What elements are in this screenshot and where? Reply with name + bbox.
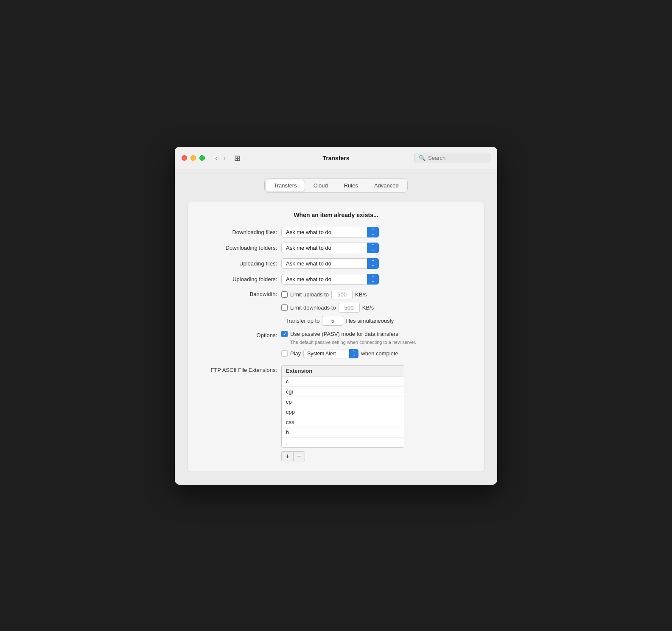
- when-complete-text: when complete: [361, 350, 398, 357]
- downloading-folders-label: Downloading folders:: [201, 245, 277, 251]
- search-box: 🔍: [414, 153, 490, 163]
- uploading-files-label: Uploading files:: [201, 260, 277, 267]
- limit-downloads-unit: KB/s: [362, 304, 374, 311]
- search-icon: 🔍: [419, 155, 426, 161]
- downloading-folders-select-wrapper: Ask me what to do: [281, 243, 379, 253]
- section-title: When an item already exists...: [201, 212, 471, 218]
- ftp-section: FTP ASCII File Extensions: Extension c c…: [201, 365, 471, 461]
- downloading-folders-row: Downloading folders: Ask me what to do: [201, 243, 471, 253]
- bandwidth-section: Bandwidth: Limit uploads to KB/s Limit d…: [201, 290, 471, 326]
- transfer-simultaneously-input[interactable]: [322, 316, 343, 326]
- ftp-label: FTP ASCII File Extensions:: [201, 365, 277, 373]
- list-item: h: [282, 427, 404, 438]
- tab-bar: Transfers Cloud Rules Advanced: [264, 179, 407, 193]
- tab-transfers[interactable]: Transfers: [266, 180, 305, 191]
- forward-button[interactable]: ›: [221, 154, 227, 162]
- transfers-panel: When an item already exists... Downloadi…: [188, 201, 484, 472]
- list-item: css: [282, 417, 404, 427]
- transfer-up-to-text: Transfer up to: [286, 318, 319, 324]
- limit-uploads-text: Limit uploads to: [290, 291, 329, 298]
- list-item: cpp: [282, 407, 404, 417]
- maximize-button[interactable]: [199, 155, 205, 161]
- uploading-folders-label: Uploading folders:: [201, 276, 277, 282]
- passive-mode-hint: The default passive setting when connect…: [290, 340, 416, 345]
- list-item: c: [282, 377, 404, 387]
- uploading-folders-select[interactable]: Ask me what to do: [281, 274, 379, 285]
- uploading-folders-select-wrapper: Ask me what to do: [281, 274, 379, 285]
- back-button[interactable]: ‹: [213, 154, 219, 162]
- traffic-lights: [182, 155, 205, 161]
- uploading-files-select-wrapper: Ask me what to do: [281, 258, 379, 269]
- minimize-button[interactable]: [190, 155, 196, 161]
- play-sound-select[interactable]: System Alert: [303, 349, 358, 358]
- ftp-content: Extension c cgi cp cpp css h . + −: [281, 365, 404, 461]
- play-text: Play: [290, 350, 301, 357]
- options-rows: Use passive (PASV) mode for data transfe…: [281, 331, 416, 358]
- search-input[interactable]: [428, 155, 486, 161]
- list-item: .: [282, 438, 404, 447]
- limit-downloads-input[interactable]: [339, 303, 360, 313]
- titlebar: ‹ › ⊞ Transfers 🔍: [175, 147, 497, 170]
- bandwidth-rows: Limit uploads to KB/s Limit downloads to…: [281, 290, 394, 326]
- limit-uploads-input[interactable]: [331, 290, 353, 299]
- grid-view-button[interactable]: ⊞: [232, 153, 242, 164]
- transfer-simultaneously-text: files simultaneously: [346, 318, 394, 324]
- tab-rules[interactable]: Rules: [336, 180, 366, 191]
- downloading-files-row: Downloading files: Ask me what to do: [201, 227, 471, 237]
- downloading-files-label: Downloading files:: [201, 229, 277, 235]
- limit-downloads-row: Limit downloads to KB/s: [281, 303, 394, 313]
- tab-bar-container: Transfers Cloud Rules Advanced: [188, 179, 484, 193]
- uploading-files-row: Uploading files: Ask me what to do: [201, 258, 471, 269]
- content-area: Transfers Cloud Rules Advanced When an i…: [175, 170, 497, 485]
- extension-header: Extension: [282, 366, 404, 377]
- passive-mode-row: Use passive (PASV) mode for data transfe…: [281, 331, 416, 337]
- main-window: ‹ › ⊞ Transfers 🔍 Transfers Cloud Rules …: [175, 147, 497, 485]
- transfer-simultaneously-row: Transfer up to files simultaneously: [286, 316, 394, 326]
- table-buttons: + −: [281, 451, 404, 461]
- tab-cloud[interactable]: Cloud: [306, 180, 336, 191]
- passive-mode-text: Use passive (PASV) mode for data transfe…: [290, 331, 398, 337]
- remove-extension-button[interactable]: −: [293, 451, 305, 461]
- play-select-wrapper: System Alert: [303, 349, 358, 358]
- limit-uploads-unit: KB/s: [355, 291, 367, 298]
- bandwidth-label: Bandwidth:: [201, 290, 277, 297]
- options-section: Options: Use passive (PASV) mode for dat…: [201, 331, 471, 358]
- downloading-files-select-wrapper: Ask me what to do: [281, 227, 379, 237]
- passive-mode-checkbox[interactable]: [281, 331, 288, 337]
- downloading-folders-select[interactable]: Ask me what to do: [281, 243, 379, 253]
- limit-downloads-checkbox[interactable]: [281, 304, 288, 311]
- add-extension-button[interactable]: +: [281, 451, 293, 461]
- limit-uploads-checkbox[interactable]: [281, 291, 288, 298]
- play-row: Play System Alert when complete: [281, 349, 416, 358]
- extension-table: Extension c cgi cp cpp css h .: [281, 365, 404, 448]
- downloading-files-select[interactable]: Ask me what to do: [281, 227, 379, 237]
- options-label: Options:: [201, 331, 277, 338]
- window-title: Transfers: [322, 155, 349, 162]
- nav-buttons: ‹ ›: [213, 154, 227, 162]
- tab-advanced[interactable]: Advanced: [367, 180, 406, 191]
- limit-downloads-text: Limit downloads to: [290, 304, 336, 311]
- list-item: cp: [282, 397, 404, 407]
- list-item: cgi: [282, 387, 404, 397]
- close-button[interactable]: [182, 155, 187, 161]
- limit-uploads-row: Limit uploads to KB/s: [281, 290, 394, 299]
- play-checkbox[interactable]: [281, 350, 288, 357]
- uploading-folders-row: Uploading folders: Ask me what to do: [201, 274, 471, 285]
- uploading-files-select[interactable]: Ask me what to do: [281, 258, 379, 269]
